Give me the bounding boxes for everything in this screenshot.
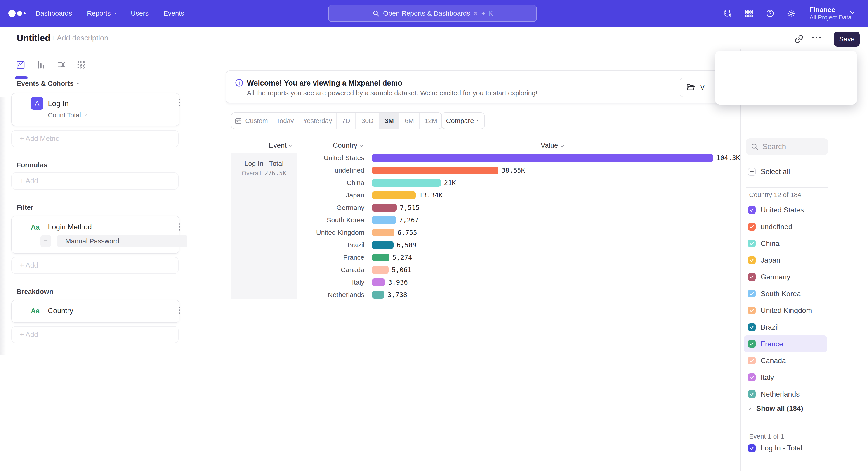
metric-badge: A — [31, 97, 43, 110]
country-label: United States — [301, 154, 364, 162]
more-options-icon[interactable] — [812, 37, 821, 38]
date-range-7d[interactable]: 7D — [337, 113, 356, 129]
metric-aggregation[interactable]: Count Total — [48, 112, 87, 119]
date-range-custom[interactable]: Custom — [231, 113, 272, 129]
date-range-today[interactable]: Today — [272, 113, 299, 129]
show-all-button[interactable]: Show all (184) — [748, 405, 803, 413]
page-title[interactable]: Untitled — [17, 27, 51, 49]
legend-item-label: China — [761, 239, 780, 248]
event-series-name: Log In - Total — [231, 160, 297, 168]
legend-item-brazil[interactable]: Brazil — [744, 319, 827, 335]
save-to-dashboard-popup — [715, 51, 857, 105]
date-range-12m[interactable]: 12M — [420, 113, 442, 129]
calendar-icon — [235, 117, 242, 125]
metric-options-icon[interactable] — [179, 99, 180, 106]
legend-search-input[interactable]: Search — [746, 139, 828, 155]
add-formula-button[interactable]: + Add — [11, 172, 179, 189]
date-range-label: Yesterday — [303, 117, 332, 125]
add-description-field[interactable]: + Add description... — [51, 27, 115, 49]
value-bar[interactable] — [372, 192, 416, 199]
legend-item-germany[interactable]: Germany — [744, 268, 827, 285]
column-header-event[interactable]: Event — [269, 141, 292, 150]
legend-item-netherlands[interactable]: Netherlands — [744, 386, 827, 403]
value-bar[interactable] — [372, 291, 384, 299]
value-label: 3,936 — [388, 278, 408, 286]
tab-funnels[interactable] — [36, 60, 46, 70]
legend-item-canada[interactable]: Canada — [744, 352, 827, 369]
save-button[interactable]: Save — [834, 32, 860, 47]
event-legend-item[interactable]: Log In - Total — [748, 444, 802, 452]
select-all-checkbox[interactable]: Select all — [748, 168, 790, 176]
legend-item-label: South Korea — [761, 290, 801, 298]
value-label: 38.55K — [501, 167, 525, 174]
legend-item-united-kingdom[interactable]: United Kingdom — [744, 302, 827, 319]
date-range-6m[interactable]: 6M — [399, 113, 420, 129]
data-management-icon[interactable] — [723, 9, 733, 18]
metric-name[interactable]: Log In — [48, 99, 69, 108]
checked-checkbox-icon — [748, 273, 756, 281]
events-cohorts-header[interactable]: Events & Cohorts — [17, 80, 79, 87]
checked-checkbox-icon — [748, 206, 756, 214]
column-header-country[interactable]: Country — [333, 141, 363, 150]
add-metric-button[interactable]: + Add Metric — [11, 130, 179, 147]
legend-item-italy[interactable]: Italy — [744, 369, 827, 386]
project-switcher[interactable]: Finance All Project Data — [809, 0, 851, 27]
nav-item-reports[interactable]: Reports — [87, 9, 116, 17]
tab-retention[interactable] — [76, 60, 86, 70]
legend-item-label: Netherlands — [761, 390, 800, 399]
value-bar[interactable] — [372, 154, 713, 162]
country-label: South Korea — [301, 216, 364, 224]
filter-options-icon[interactable] — [179, 223, 180, 231]
date-range-label: Today — [276, 117, 293, 125]
filter-operator[interactable]: = — [40, 235, 51, 247]
nav-item-events[interactable]: Events — [163, 9, 184, 17]
tab-flows[interactable] — [57, 60, 66, 70]
column-header-value[interactable]: Value — [541, 141, 563, 150]
country-label: United Kingdom — [301, 229, 364, 236]
date-range-30d[interactable]: 30D — [356, 113, 379, 129]
date-range-3m[interactable]: 3M — [379, 113, 399, 129]
value-bar[interactable] — [372, 167, 498, 174]
breakdown-card[interactable]: Aa Country — [11, 300, 180, 323]
help-icon[interactable] — [766, 9, 775, 18]
value-bar[interactable] — [372, 266, 389, 274]
filter-property-name[interactable]: Login Method — [48, 223, 92, 231]
breakdown-property-name[interactable]: Country — [48, 306, 73, 315]
checked-checkbox-icon — [748, 444, 756, 452]
mixpanel-logo-icon[interactable] — [8, 0, 26, 27]
settings-gear-icon[interactable] — [786, 9, 796, 18]
indeterminate-checkbox-icon — [748, 168, 756, 176]
legend-item-undefined[interactable]: undefined — [744, 218, 827, 235]
legend-item-china[interactable]: China — [744, 235, 827, 252]
date-range-yesterday[interactable]: Yesterday — [299, 113, 337, 129]
breakdown-options-icon[interactable] — [179, 306, 180, 314]
chart-row-united-states: United States104.3K — [301, 152, 739, 164]
value-bar[interactable] — [372, 216, 396, 224]
tab-insights[interactable] — [16, 60, 26, 70]
apps-grid-icon[interactable] — [745, 9, 754, 18]
compare-button[interactable]: Compare — [441, 112, 485, 129]
country-label: Netherlands — [301, 291, 364, 299]
value-bar[interactable] — [372, 278, 385, 286]
checked-checkbox-icon — [748, 357, 756, 364]
add-filter-button[interactable]: + Add — [11, 257, 179, 274]
nav-item-users[interactable]: Users — [131, 9, 149, 17]
value-bar[interactable] — [372, 254, 389, 261]
global-search-button[interactable]: Open Reports & Dashboards ⌘ + K — [328, 5, 537, 22]
filter-card[interactable]: Aa Login Method = Manual Password — [11, 215, 180, 254]
legend-item-united-states[interactable]: United States — [744, 202, 827, 218]
chevron-down-icon — [560, 143, 564, 147]
add-breakdown-button[interactable]: + Add — [11, 326, 179, 343]
legend-item-south-korea[interactable]: South Korea — [744, 285, 827, 302]
legend-item-france[interactable]: France — [744, 335, 827, 352]
value-bar[interactable] — [372, 241, 394, 249]
filter-value[interactable]: Manual Password — [57, 235, 187, 247]
value-bar[interactable] — [372, 204, 397, 211]
copy-link-icon[interactable] — [795, 34, 804, 43]
value-bar[interactable] — [372, 229, 394, 236]
legend-item-japan[interactable]: Japan — [744, 252, 827, 268]
metric-card[interactable]: A Log In Count Total — [11, 93, 180, 126]
legend-item-label: Japan — [761, 256, 780, 264]
nav-item-dashboards[interactable]: Dashboards — [35, 9, 72, 17]
value-bar[interactable] — [372, 179, 441, 187]
